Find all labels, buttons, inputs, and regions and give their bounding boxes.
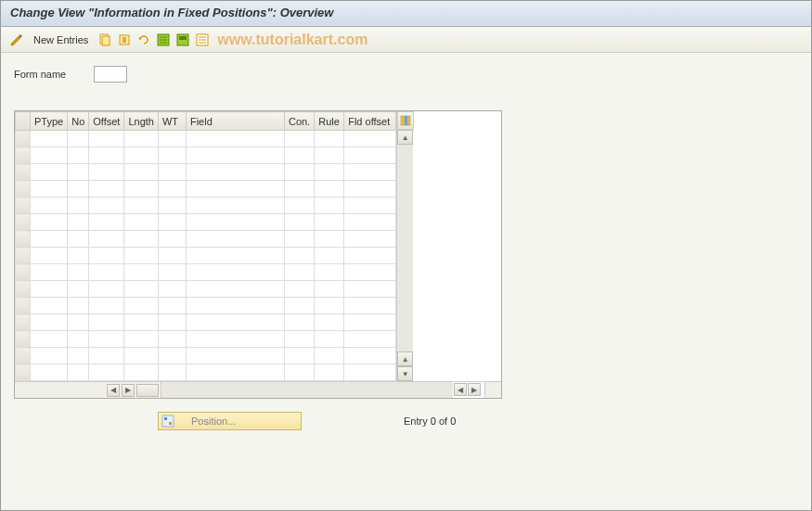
row-selector[interactable] [16, 364, 31, 381]
table-cell[interactable] [124, 181, 159, 198]
table-cell[interactable] [186, 331, 284, 348]
table-cell[interactable] [31, 331, 68, 348]
table-cell[interactable] [124, 264, 159, 281]
table-cell[interactable] [124, 164, 159, 181]
column-header[interactable]: Offset [89, 112, 124, 131]
position-button[interactable]: Position... [158, 412, 302, 430]
scroll-track-vertical[interactable] [397, 145, 413, 351]
table-cell[interactable] [186, 147, 284, 164]
table-cell[interactable] [344, 314, 396, 331]
scroll-left-end-icon[interactable]: ◀ [454, 383, 467, 396]
row-selector[interactable] [16, 331, 31, 348]
column-header[interactable]: Fld offset [344, 112, 396, 131]
table-cell[interactable] [186, 131, 284, 147]
table-cell[interactable] [315, 331, 344, 348]
table-cell[interactable] [158, 364, 186, 381]
row-selector[interactable] [16, 181, 31, 198]
table-cell[interactable] [31, 131, 68, 147]
table-cell[interactable] [186, 231, 284, 248]
table-cell[interactable] [315, 181, 344, 198]
row-selector[interactable] [16, 214, 31, 231]
row-selector[interactable] [16, 248, 31, 264]
table-cell[interactable] [186, 181, 284, 198]
table-cell[interactable] [344, 364, 396, 381]
table-cell[interactable] [158, 131, 186, 147]
table-cell[interactable] [124, 198, 159, 214]
column-header[interactable]: Field [186, 112, 284, 131]
table-cell[interactable] [31, 298, 68, 314]
configure-columns-icon[interactable] [397, 111, 414, 130]
select-block-icon[interactable] [174, 32, 191, 48]
table-cell[interactable] [31, 348, 68, 364]
table-cell[interactable] [158, 331, 186, 348]
table-cell[interactable] [89, 314, 124, 331]
table-cell[interactable] [284, 198, 314, 214]
table-cell[interactable] [68, 214, 89, 231]
new-entries-button[interactable]: New Entries [28, 32, 94, 47]
table-cell[interactable] [315, 214, 344, 231]
table-cell[interactable] [344, 264, 396, 281]
table-cell[interactable] [124, 364, 159, 381]
table-cell[interactable] [124, 248, 159, 264]
table-cell[interactable] [186, 364, 284, 381]
table-cell[interactable] [284, 281, 314, 298]
table-cell[interactable] [186, 214, 284, 231]
row-selector[interactable] [16, 198, 31, 214]
hscroll-drag-handle[interactable] [136, 384, 159, 397]
table-cell[interactable] [158, 298, 186, 314]
scroll-down-icon[interactable]: ▼ [397, 366, 413, 381]
table-cell[interactable] [344, 164, 396, 181]
column-header[interactable]: WT [158, 112, 186, 131]
table-cell[interactable] [158, 348, 186, 364]
table-cell[interactable] [31, 214, 68, 231]
table-cell[interactable] [186, 281, 284, 298]
table-cell[interactable] [124, 214, 159, 231]
table-cell[interactable] [89, 264, 124, 281]
table-cell[interactable] [89, 331, 124, 348]
table-cell[interactable] [344, 331, 396, 348]
table-cell[interactable] [68, 164, 89, 181]
table-cell[interactable] [68, 298, 89, 314]
scroll-right-end-icon[interactable]: ▶ [468, 383, 481, 396]
table-cell[interactable] [315, 364, 344, 381]
table-cell[interactable] [89, 214, 124, 231]
table-cell[interactable] [89, 231, 124, 248]
scroll-left-icon[interactable]: ◀ [107, 384, 120, 397]
column-header[interactable]: No [68, 112, 89, 131]
table-cell[interactable] [89, 248, 124, 264]
table-cell[interactable] [124, 131, 159, 147]
table-cell[interactable] [186, 248, 284, 264]
undo-icon[interactable] [135, 32, 152, 48]
table-cell[interactable] [89, 281, 124, 298]
row-selector[interactable] [16, 314, 31, 331]
table-cell[interactable] [344, 281, 396, 298]
table-cell[interactable] [89, 198, 124, 214]
table-cell[interactable] [315, 147, 344, 164]
row-selector[interactable] [16, 231, 31, 248]
table-cell[interactable] [186, 348, 284, 364]
table-cell[interactable] [31, 164, 68, 181]
table-cell[interactable] [68, 281, 89, 298]
form-name-input[interactable] [94, 66, 127, 83]
table-cell[interactable] [31, 281, 68, 298]
table-cell[interactable] [315, 348, 344, 364]
row-selector[interactable] [16, 264, 31, 281]
select-all-icon[interactable] [155, 32, 172, 48]
table-cell[interactable] [158, 147, 186, 164]
table-cell[interactable] [284, 314, 314, 331]
table-cell[interactable] [68, 147, 89, 164]
table-cell[interactable] [158, 231, 186, 248]
table-cell[interactable] [124, 331, 159, 348]
table-cell[interactable] [344, 181, 396, 198]
column-header[interactable]: Rule [315, 112, 344, 131]
table-cell[interactable] [344, 348, 396, 364]
table-cell[interactable] [68, 314, 89, 331]
row-selector[interactable] [16, 298, 31, 314]
table-cell[interactable] [186, 198, 284, 214]
column-header[interactable]: Con. [284, 112, 314, 131]
delete-icon[interactable] [116, 32, 133, 48]
table-cell[interactable] [186, 298, 284, 314]
table-cell[interactable] [124, 147, 159, 164]
table-cell[interactable] [68, 264, 89, 281]
row-selector[interactable] [16, 348, 31, 364]
